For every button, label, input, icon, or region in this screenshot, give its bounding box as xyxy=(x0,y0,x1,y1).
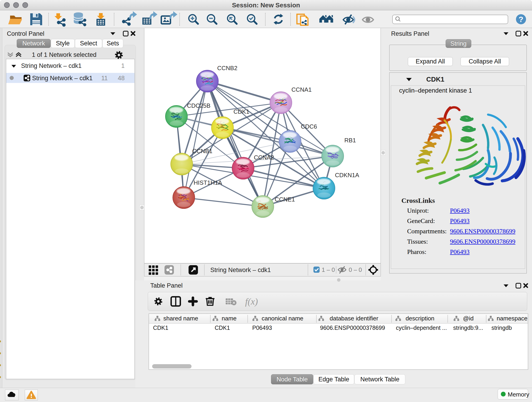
svg-text:1 – 0: 1 – 0 xyxy=(322,266,335,273)
svg-text:CDK1: CDK1 xyxy=(234,108,249,115)
svg-text:CDC6: CDC6 xyxy=(301,123,317,130)
svg-text:CDC25B: CDC25B xyxy=(187,102,210,109)
svg-text:0 – 0: 0 – 0 xyxy=(349,266,362,273)
svg-text:CCNA2: CCNA2 xyxy=(254,154,274,161)
svg-text:shared name: shared name xyxy=(163,315,198,322)
svg-text:namespace: namespace xyxy=(497,315,527,322)
svg-text:HIST1H1A: HIST1H1A xyxy=(194,179,222,186)
svg-text:RB1: RB1 xyxy=(344,137,356,144)
svg-text:canonical name: canonical name xyxy=(262,315,303,322)
svg-text:@id: @id xyxy=(463,315,474,322)
svg-text:database identifier: database identifier xyxy=(330,315,379,322)
svg-text:f(x): f(x) xyxy=(245,296,258,307)
svg-text:description: description xyxy=(405,315,434,322)
svg-text:String Network – cdk1: String Network – cdk1 xyxy=(210,267,271,274)
svg-text:CCNE1: CCNE1 xyxy=(275,196,295,203)
svg-text:CDKN1A: CDKN1A xyxy=(335,172,359,179)
svg-text:CCNA1: CCNA1 xyxy=(291,86,312,93)
svg-text:?: ? xyxy=(519,15,524,24)
svg-text:CCNB1: CCNB1 xyxy=(192,148,212,154)
svg-text:name: name xyxy=(222,315,236,322)
svg-text:CCNB2: CCNB2 xyxy=(217,65,237,71)
